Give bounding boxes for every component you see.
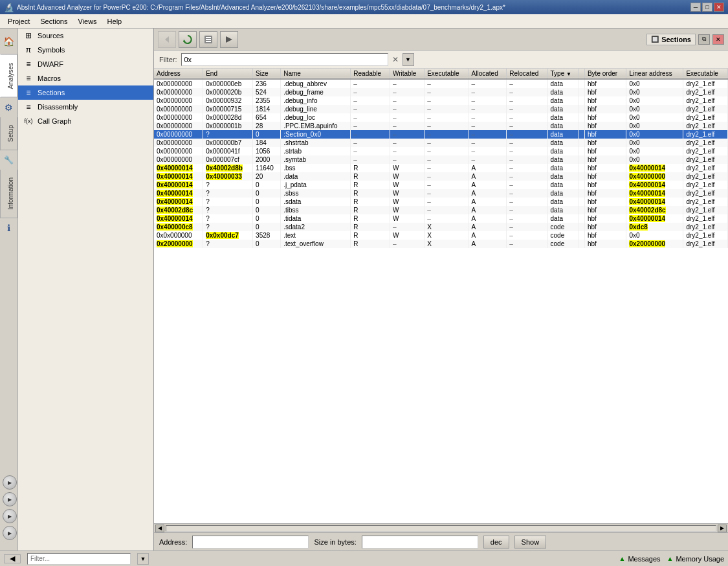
main-container: 🏠 Analyses ⚙ Setup 🔧 Information ℹ ▶ ▶ ▶… (0, 28, 728, 550)
nav-item-disassembly[interactable]: ≡ Disassembly (18, 100, 153, 114)
table-row[interactable]: 0x00000000?0:Section_0x0–––––datahbf0x0d… (154, 130, 728, 139)
col-linear-addr[interactable]: Linear address (626, 69, 683, 79)
table-row[interactable]: 0x40000014?0.sbssRW–A–datahbf0x40000014d… (154, 189, 728, 198)
sections-window-label: 🔲 Sections (646, 34, 696, 45)
nav-item-call-graph[interactable]: f(x) Call Graph (18, 114, 153, 128)
table-row[interactable]: 0x000000000x000009322355.debug_info–––––… (154, 96, 728, 105)
address-label: Address: (159, 538, 187, 546)
col-name[interactable]: Name (281, 69, 351, 79)
settings-button[interactable] (199, 31, 217, 48)
navigate-button[interactable] (220, 31, 238, 48)
close-window-button[interactable]: ✕ (712, 34, 724, 45)
nav-item-dwarf[interactable]: ≡ DWARF (18, 57, 153, 71)
col-size[interactable]: Size (253, 69, 281, 79)
nav-item-macros[interactable]: ≡ Macros (18, 71, 153, 85)
table-row[interactable]: 0x40000014?0.j_pdataRW–A–datahbf0x400000… (154, 181, 728, 189)
status-memory[interactable]: ▲ Memory Usage (667, 555, 724, 563)
hscroll-track[interactable] (166, 525, 716, 532)
table-row[interactable]: 0x000000000x000007cf2000.symtab–––––data… (154, 155, 728, 164)
col-executable[interactable]: Executable (425, 69, 469, 79)
table-row[interactable]: 0x400000140x40002d8b11640.bssRW–A–datahb… (154, 164, 728, 172)
sections-icon: 🔲 (651, 36, 659, 43)
col-allocated[interactable]: Allocated (469, 69, 507, 79)
filter-label: Filter: (159, 56, 177, 63)
titlebar: 🔬 AbsInt Advanced Analyzer for PowerPC e… (0, 0, 728, 14)
play-button-3[interactable]: ▶ (3, 509, 17, 523)
restore-button[interactable]: ⧉ (698, 34, 710, 45)
close-button[interactable]: ✕ (714, 3, 724, 12)
table-row[interactable]: 0x0x0000000x0x00dc73528.textRWXA–codehbf… (154, 231, 728, 240)
table-row[interactable]: 0x000000000x0000020b524.debug_frame–––––… (154, 88, 728, 96)
table-row[interactable]: 0x000000000x0000001b28.PPC.EMB.apuinfo––… (154, 122, 728, 130)
size-input[interactable] (362, 536, 478, 549)
col-type[interactable]: Type ▼ (547, 69, 579, 79)
tab-information[interactable]: Information (0, 170, 17, 218)
filter-input[interactable] (181, 53, 388, 66)
col-byte-order[interactable]: Byte order (584, 69, 626, 79)
nav-item-sections[interactable]: ≡ Sections (18, 85, 153, 100)
address-input[interactable] (192, 536, 309, 549)
address-bar: Address: Size in bytes: dec Show (154, 532, 728, 550)
col-end[interactable]: End (203, 69, 253, 79)
dwarf-icon: ≡ (23, 59, 34, 69)
col-address[interactable]: Address (154, 69, 203, 79)
dec-button[interactable]: dec (483, 536, 509, 549)
app-icon: 🔬 (4, 3, 14, 12)
filter-clear-button[interactable]: ✕ (392, 55, 399, 64)
tab-analyses[interactable]: Analyses (0, 54, 17, 98)
col-empty (579, 69, 584, 79)
table-body: 0x000000000x000000eb236.debug_abbrev––––… (154, 79, 728, 248)
status-messages[interactable]: ▲ Messages (619, 555, 660, 563)
filter-statusbar-dropdown[interactable]: ▼ (137, 553, 149, 565)
show-button[interactable]: Show (514, 536, 547, 549)
table-row[interactable]: 0x400000140x4000003320.dataRW–A–datahbf0… (154, 172, 728, 181)
analyses-icon: ⚙ (0, 98, 17, 117)
menu-help[interactable]: Help (102, 16, 127, 27)
titlebar-controls: ─ □ ✕ (690, 3, 724, 12)
tab-setup[interactable]: Setup (0, 117, 17, 150)
svg-marker-0 (165, 36, 169, 43)
table-row[interactable]: 0x40000014?0.sdataRW–A–datahbf0x40000014… (154, 198, 728, 206)
table-row[interactable]: 0x20000000?0.text_overflowR–XA–codehbf0x… (154, 240, 728, 248)
table-row[interactable]: 0x40002d8c?0.tibssRW–A–datahbf0x40002d8c… (154, 206, 728, 214)
sections-nav-icon: ≡ (23, 87, 34, 98)
table-row[interactable]: 0x000000000x000007151814.debug_line–––––… (154, 105, 728, 113)
maximize-button[interactable]: □ (702, 3, 712, 12)
table-row[interactable]: 0x000000000x000000eb236.debug_abbrev––––… (154, 79, 728, 88)
play-button-1[interactable]: ▶ (3, 475, 17, 490)
back-button[interactable] (158, 31, 176, 48)
symbols-icon: π (23, 45, 34, 55)
play-buttons: ▶ ▶ ▶ ▶ (0, 470, 17, 545)
hscroll-right[interactable]: ▶ (718, 525, 727, 532)
menu-project[interactable]: Project (3, 16, 35, 27)
menu-views[interactable]: Views (72, 16, 102, 27)
menubar: Project Sections Views Help (0, 14, 728, 28)
play-button-2[interactable]: ▶ (3, 492, 17, 506)
table-row[interactable]: 0x000000000x0000041f1056.strtab–––––data… (154, 147, 728, 155)
svg-rect-3 (206, 37, 211, 38)
table-row[interactable]: 0x40000014?0.tidataRW–A–datahbf0x4000001… (154, 214, 728, 223)
toolbar: 🔲 Sections ⧉ ✕ (154, 28, 728, 51)
filter-dropdown-button[interactable]: ▼ (403, 53, 414, 66)
col-writable[interactable]: Writable (390, 69, 424, 79)
table-row[interactable]: 0x400000c8?0.sdata2R–XA–codehbf0xdc8dry2… (154, 223, 728, 231)
minimize-button[interactable]: ─ (690, 3, 701, 12)
nav-back-btn[interactable]: ◀ (4, 554, 21, 563)
play-button-4[interactable]: ▶ (3, 526, 17, 540)
col-exec2[interactable]: Executable (683, 69, 728, 79)
table-row[interactable]: 0x000000000x0000028d654.debug_loc–––––da… (154, 113, 728, 122)
hscroll-left[interactable]: ◀ (155, 525, 164, 532)
col-readable[interactable]: Readable (351, 69, 390, 79)
svg-marker-1 (183, 40, 186, 42)
refresh-button[interactable] (179, 31, 197, 48)
nav-item-symbols[interactable]: π Symbols (18, 43, 153, 57)
menu-sections[interactable]: Sections (35, 16, 72, 27)
toolbar-right: 🔲 Sections ⧉ ✕ (646, 34, 724, 45)
home-icon[interactable]: 🏠 (3, 36, 14, 47)
table-container[interactable]: Address End Size Name Readable Writable … (154, 69, 728, 523)
filter-statusbar-input[interactable] (27, 553, 131, 565)
svg-rect-4 (206, 39, 211, 40)
col-relocated[interactable]: Relocated (507, 69, 547, 79)
table-row[interactable]: 0x000000000x000000b7184.shstrtab–––––dat… (154, 139, 728, 147)
nav-item-sources[interactable]: ⊞ Sources (18, 28, 153, 43)
